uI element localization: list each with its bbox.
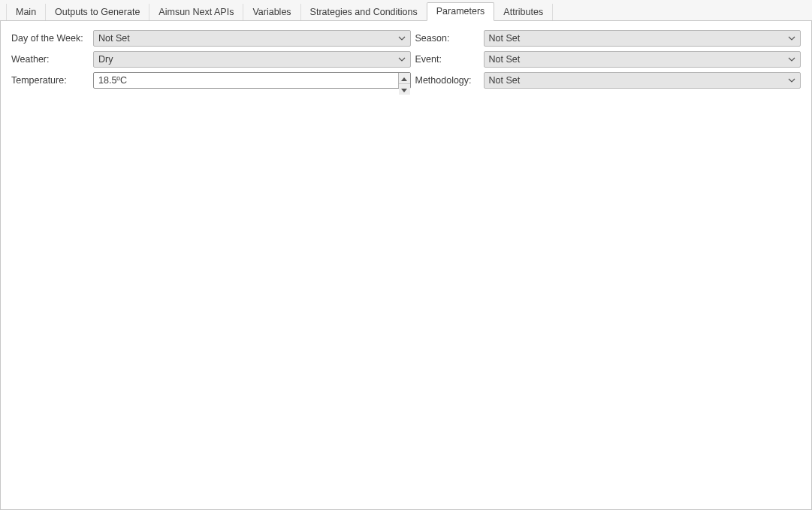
tab-label: Strategies and Conditions (310, 7, 418, 17)
triangle-up-icon (401, 73, 407, 83)
triangle-down-icon (401, 84, 407, 95)
spinbox-temperature-value[interactable]: 18.5ºC (94, 73, 398, 88)
label-weather: Weather: (11, 54, 89, 65)
chevron-down-icon (788, 77, 795, 84)
spin-up-button[interactable] (399, 73, 410, 84)
tab-aimsun-next-apis[interactable]: Aimsun Next APIs (149, 4, 243, 21)
tab-parameters[interactable]: Parameters (427, 2, 495, 22)
spinbox-temperature-buttons (398, 73, 410, 88)
tab-label: Outputs to Generate (55, 7, 140, 17)
tab-label: Main (16, 7, 36, 17)
combo-day-of-week-value: Not Set (98, 33, 130, 44)
combo-season[interactable]: Not Set (484, 30, 801, 47)
chevron-down-icon (788, 56, 795, 63)
tab-label: Variables (252, 7, 291, 17)
combo-event[interactable]: Not Set (484, 51, 801, 68)
combo-weather[interactable]: Dry (93, 51, 411, 68)
chevron-down-icon (398, 56, 406, 63)
tab-label: Parameters (436, 6, 485, 17)
combo-day-of-week[interactable]: Not Set (93, 30, 411, 47)
chevron-down-icon (398, 35, 406, 42)
label-event: Event: (415, 54, 479, 65)
spin-down-button[interactable] (399, 84, 410, 95)
tab-content-parameters: Day of the Week: Not Set Season: Not Set… (0, 21, 812, 510)
tab-label: Aimsun Next APIs (158, 7, 234, 17)
tab-main[interactable]: Main (6, 4, 46, 21)
tab-strategies-and-conditions[interactable]: Strategies and Conditions (300, 4, 427, 21)
combo-season-value: Not Set (489, 33, 521, 44)
label-temperature: Temperature: (11, 75, 89, 86)
tab-outputs-to-generate[interactable]: Outputs to Generate (45, 4, 149, 21)
combo-methodology-value: Not Set (489, 75, 521, 86)
chevron-down-icon (788, 35, 795, 42)
parameters-form: Day of the Week: Not Set Season: Not Set… (11, 30, 801, 89)
combo-event-value: Not Set (489, 54, 521, 65)
label-methodology: Methodology: (415, 75, 479, 86)
label-day-of-week: Day of the Week: (11, 33, 89, 44)
combo-methodology[interactable]: Not Set (484, 72, 801, 89)
tab-label: Attributes (503, 7, 543, 17)
spinbox-temperature[interactable]: 18.5ºC (93, 72, 411, 89)
tab-attributes[interactable]: Attributes (494, 4, 553, 21)
tab-bar: Main Outputs to Generate Aimsun Next API… (0, 0, 812, 21)
tab-variables[interactable]: Variables (243, 4, 300, 21)
combo-weather-value: Dry (98, 54, 113, 65)
label-season: Season: (415, 33, 479, 44)
